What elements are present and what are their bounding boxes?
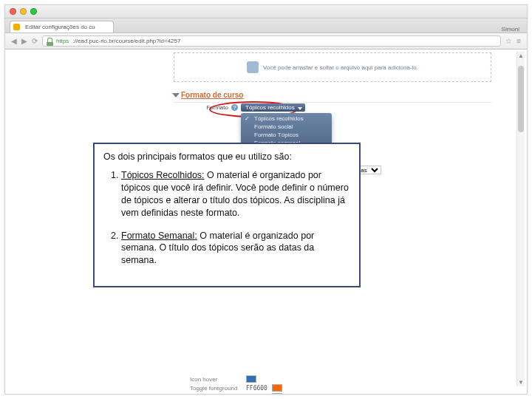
vertical-scrollbar[interactable]: ▲ ▼: [516, 51, 525, 386]
menu-icon[interactable]: ≡: [516, 37, 521, 45]
theme-row: Icon hover: [190, 375, 352, 383]
hex-value: FF6600: [246, 394, 267, 395]
minimize-window-icon[interactable]: [20, 8, 27, 15]
favicon-icon: [13, 24, 20, 30]
back-button[interactable]: ◀: [11, 37, 17, 45]
theme-row: Toggle FF6600: [190, 392, 352, 394]
forward-button[interactable]: ▶: [21, 37, 27, 45]
theme-label: Toggle foreground: [190, 385, 242, 392]
hex-value: FF6600: [246, 385, 267, 392]
theme-label: Icon hover: [190, 376, 242, 383]
browser-tabbar: Editar configurações do cu Simoni: [5, 18, 527, 33]
close-window-icon[interactable]: [10, 8, 16, 15]
callout-item: Tópicos Recolhidos: O material é organiz…: [121, 169, 350, 219]
upload-icon: [247, 61, 259, 73]
scroll-down-icon[interactable]: ▼: [517, 378, 525, 386]
window-titlebar: [5, 5, 527, 18]
help-icon[interactable]: ?: [231, 104, 238, 111]
browser-toolbar: ◀ ▶ ⟳ https ://ead.puc-rio.br/course/edi…: [5, 33, 527, 50]
callout-intro: Os dois principais formatos que eu utili…: [103, 151, 350, 162]
scrollbar-thumb[interactable]: [518, 66, 524, 132]
theme-settings: Icon hover Toggle foreground FF6600 Togg…: [190, 375, 352, 394]
row-formato: Formato ? Tópicos recolhidos Tópicos rec…: [174, 103, 491, 112]
chevron-down-icon: [172, 93, 180, 98]
annotation-callout: Os dois principais formatos que eu utili…: [93, 143, 361, 287]
theme-row: Toggle foreground FF6600: [190, 383, 352, 392]
profile-badge[interactable]: Simoni: [499, 26, 522, 33]
browser-tab[interactable]: Editar configurações do cu: [10, 21, 114, 33]
color-swatch[interactable]: [246, 375, 256, 383]
reload-button[interactable]: ⟳: [32, 37, 38, 45]
formato-option[interactable]: Tópicos recolhidos: [241, 115, 332, 123]
color-swatch[interactable]: [272, 384, 282, 392]
theme-label: Toggle: [190, 394, 242, 395]
section-title: Formato de curso: [181, 91, 243, 99]
file-dropzone[interactable]: Você pode arrastar e soltar o arquivo aq…: [174, 52, 491, 82]
window-traffic-lights: [10, 8, 37, 15]
url-text: ://ead.puc-rio.br/course/edit.php?id=425…: [72, 38, 180, 44]
dropzone-text: Você pode arrastar e soltar o arquivo aq…: [263, 64, 418, 71]
formato-select-button[interactable]: Tópicos recolhidos: [241, 103, 305, 112]
label-formato: Formato: [178, 104, 228, 111]
callout-item: Formato Semanal: O material é organizado…: [121, 230, 350, 267]
url-scheme: https: [56, 38, 69, 44]
color-swatch[interactable]: [272, 393, 282, 394]
formato-select[interactable]: Tópicos recolhidos Tópicos recolhidos Fo…: [241, 104, 305, 111]
zoom-window-icon[interactable]: [30, 8, 37, 15]
bookmark-icon[interactable]: ☆: [505, 37, 512, 45]
tab-title: Editar configurações do cu: [25, 24, 95, 30]
formato-option[interactable]: Formato social: [241, 123, 332, 131]
callout-item-title: Tópicos Recolhidos:: [121, 170, 205, 180]
formato-option[interactable]: Formato Tópicos: [241, 131, 332, 139]
scroll-up-icon[interactable]: ▲: [517, 51, 525, 60]
callout-item-title: Formato Semanal:: [121, 231, 197, 241]
section-header-formato[interactable]: Formato de curso: [174, 88, 491, 103]
address-bar[interactable]: https ://ead.puc-rio.br/course/edit.php?…: [42, 35, 501, 47]
lock-icon: [47, 38, 52, 44]
